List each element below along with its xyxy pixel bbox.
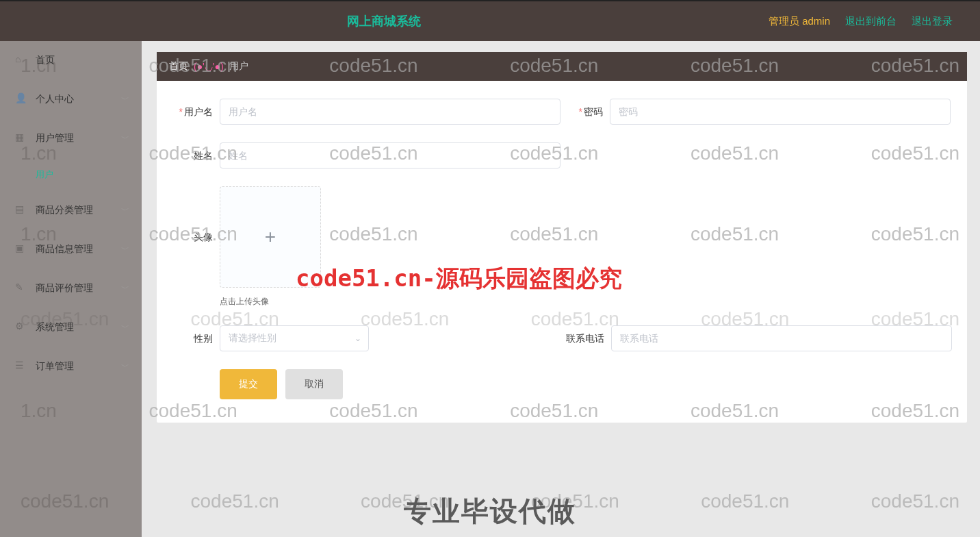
username-label: *用户名 bbox=[172, 99, 220, 125]
name-label: 姓名 bbox=[172, 142, 220, 168]
sidebar-item-system-mgmt[interactable]: ⚙ 系统管理 ﹀ bbox=[0, 308, 142, 347]
sidebar-item-label: 用户管理 bbox=[36, 132, 74, 145]
username-input[interactable] bbox=[220, 99, 560, 125]
sidebar-item-user-mgmt[interactable]: ▦ 用户管理 ﹀ bbox=[0, 119, 142, 158]
app-title: 网上商城系统 bbox=[0, 13, 769, 29]
chevron-down-icon: ﹀ bbox=[121, 361, 129, 373]
sidebar-item-label: 商品评价管理 bbox=[36, 282, 93, 295]
breadcrumb-emoji: (●'◡'●) bbox=[194, 61, 224, 72]
sidebar-item-profile[interactable]: 👤 个人中心 ﹀ bbox=[0, 80, 142, 119]
name-input[interactable] bbox=[220, 142, 560, 168]
submit-button[interactable]: 提交 bbox=[220, 369, 277, 399]
sidebar-item-order-mgmt[interactable]: ☰ 订单管理 ﹀ bbox=[0, 347, 142, 386]
plus-icon: + bbox=[265, 226, 276, 248]
sidebar-item-label: 首页 bbox=[36, 54, 55, 66]
password-label: *密码 bbox=[562, 99, 610, 125]
sidebar-item-label: 系统管理 bbox=[36, 321, 74, 334]
chevron-down-icon: ﹀ bbox=[121, 283, 129, 295]
avatar-upload-wrapper: + 点击上传头像 bbox=[220, 186, 321, 308]
order-icon: ☰ bbox=[15, 360, 29, 373]
product-icon: ▣ bbox=[15, 242, 29, 256]
user-icon: 👤 bbox=[15, 92, 29, 106]
sidebar-item-home[interactable]: ⌂ 首页 bbox=[0, 41, 142, 80]
chevron-down-icon: ﹀ bbox=[121, 322, 129, 334]
avatar-label: 头像 bbox=[172, 186, 220, 288]
form-buttons: 提交 取消 bbox=[172, 369, 952, 399]
admin-link[interactable]: 管理员 admin bbox=[769, 15, 830, 28]
sidebar-item-label: 商品分类管理 bbox=[36, 204, 93, 216]
content-panel: 首页 (●'◡'●) 用户 *用户名 *密码 bbox=[157, 52, 967, 423]
main-area: 首页 (●'◡'●) 用户 *用户名 *密码 bbox=[142, 41, 980, 537]
password-input[interactable] bbox=[610, 99, 951, 125]
category-icon: ▤ bbox=[15, 203, 29, 217]
breadcrumb: 首页 (●'◡'●) 用户 bbox=[157, 52, 967, 81]
logout-link[interactable]: 退出登录 bbox=[912, 15, 953, 28]
header-right-links: 管理员 admin 退出到前台 退出登录 bbox=[769, 15, 953, 28]
system-icon: ⚙ bbox=[15, 321, 29, 334]
avatar-upload-hint: 点击上传头像 bbox=[220, 296, 321, 308]
chevron-down-icon: ﹀ bbox=[121, 244, 129, 255]
logout-front-link[interactable]: 退出到前台 bbox=[845, 15, 897, 28]
phone-input[interactable] bbox=[611, 325, 952, 351]
gender-label: 性别 bbox=[172, 325, 220, 351]
review-icon: ✎ bbox=[15, 282, 29, 295]
chevron-down-icon: ⌄ bbox=[354, 334, 361, 343]
user-form: *用户名 *密码 姓名 头像 bbox=[157, 81, 967, 423]
sidebar-item-label: 商品信息管理 bbox=[36, 243, 93, 255]
phone-label: 联系电话 bbox=[550, 325, 611, 351]
sidebar-item-label: 订单管理 bbox=[36, 360, 74, 373]
sidebar-item-product-mgmt[interactable]: ▣ 商品信息管理 ﹀ bbox=[0, 230, 142, 269]
home-icon: ⌂ bbox=[15, 53, 29, 67]
sidebar-subitem-user[interactable]: 用户 bbox=[0, 158, 142, 191]
gender-placeholder: 请选择性别 bbox=[229, 332, 276, 345]
chevron-down-icon: ﹀ bbox=[121, 133, 129, 145]
top-header: 网上商城系统 管理员 admin 退出到前台 退出登录 bbox=[0, 0, 980, 41]
chevron-down-icon: ﹀ bbox=[121, 205, 129, 216]
breadcrumb-current: 用户 bbox=[229, 60, 248, 73]
cancel-button[interactable]: 取消 bbox=[285, 369, 343, 399]
breadcrumb-home[interactable]: 首页 bbox=[169, 60, 188, 73]
sidebar-item-review-mgmt[interactable]: ✎ 商品评价管理 ﹀ bbox=[0, 269, 142, 308]
avatar-upload[interactable]: + bbox=[220, 186, 321, 288]
sidebar-item-category-mgmt[interactable]: ▤ 商品分类管理 ﹀ bbox=[0, 191, 142, 230]
gender-select[interactable]: 请选择性别 ⌄ bbox=[220, 325, 369, 351]
users-icon: ▦ bbox=[15, 132, 29, 145]
sidebar-item-label: 个人中心 bbox=[36, 93, 74, 105]
sidebar: ⌂ 首页 👤 个人中心 ﹀ ▦ 用户管理 ﹀ 用户 ▤ 商品分类管理 ﹀ ▣ 商… bbox=[0, 41, 142, 537]
chevron-down-icon: ﹀ bbox=[121, 94, 129, 105]
